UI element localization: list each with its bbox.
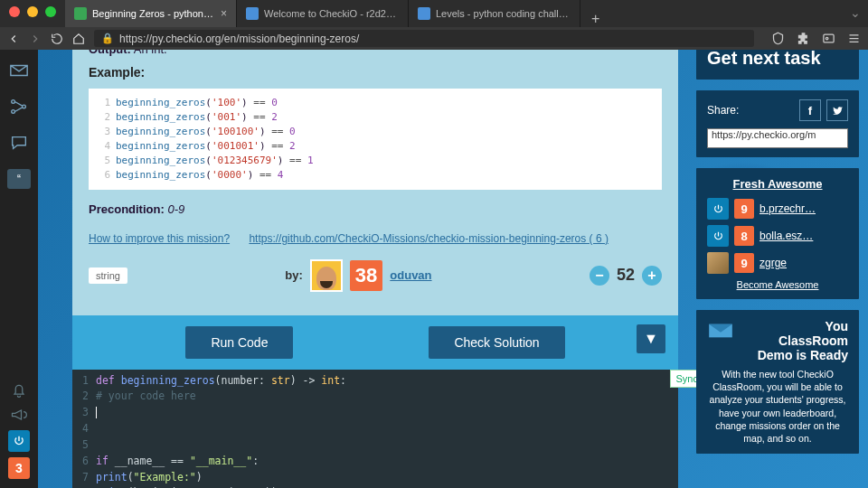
share-twitter-icon[interactable]: [826, 99, 848, 121]
user-name-link[interactable]: zgrge: [760, 257, 848, 269]
toolbar-right-icons: [770, 32, 861, 46]
vote-count: 52: [617, 266, 635, 285]
user-badge-icon: [707, 225, 729, 247]
site-left-rail: “ 3: [0, 50, 38, 488]
envelope-icon: [707, 321, 734, 341]
nav-home-button[interactable]: [72, 33, 85, 45]
right-sidebar: Get next task Share: f https://py.checki…: [696, 50, 859, 454]
mission-links: How to improve this mission? https://git…: [89, 232, 662, 245]
traffic-light-zoom-icon[interactable]: [45, 6, 56, 17]
precondition: Precondition: 0-9: [89, 202, 662, 216]
share-label: Share:: [707, 104, 739, 117]
favicon-icon: [418, 7, 430, 20]
browser-tab-strip: Beginning Zeros - python codin… × Welcom…: [0, 0, 868, 27]
check-solution-button[interactable]: Check Solution: [429, 326, 564, 359]
collapse-editor-button[interactable]: ▼: [637, 324, 665, 353]
user-name-link[interactable]: b.przechr…: [760, 202, 848, 215]
share-card: Share: f https://py.checkio.org/m: [696, 90, 859, 157]
user-level-badge: 9: [734, 199, 754, 219]
vote-up-button[interactable]: +: [642, 266, 662, 286]
address-bar[interactable]: 🔒 https://py.checkio.org/en/mission/begi…: [94, 30, 754, 47]
rail-graph-icon[interactable]: [9, 97, 29, 117]
rail-chat-icon[interactable]: [9, 133, 29, 153]
run-code-button[interactable]: Run Code: [185, 326, 293, 359]
fresh-awesome-card: Fresh Awesome 9b.przechr…8bolla.esz…9zgr…: [696, 168, 859, 299]
user-badge-icon: [707, 252, 729, 274]
author-name-link[interactable]: oduvan: [390, 268, 431, 282]
user-level-badge: 8: [734, 226, 754, 246]
become-awesome-link[interactable]: Become Awesome: [707, 279, 848, 290]
traffic-light-minimize-icon[interactable]: [27, 6, 38, 17]
rail-bell-icon[interactable]: [9, 380, 29, 399]
rail-power-icon[interactable]: [8, 430, 30, 452]
rail-level-badge[interactable]: 3: [8, 457, 30, 479]
nav-reload-button[interactable]: [51, 33, 63, 45]
get-next-task-button[interactable]: Get next task: [696, 50, 859, 80]
mission-panel: Output: An int. Example: 1beginning_zero…: [72, 50, 678, 488]
github-link[interactable]: https://github.com/CheckiO-Missions/chec…: [249, 232, 608, 245]
user-level-badge: 9: [734, 253, 754, 273]
mission-tag[interactable]: string: [89, 267, 127, 284]
svg-point-4: [23, 105, 26, 108]
tab-title: Levels - python coding challenges: [436, 8, 571, 19]
rail-quote-icon[interactable]: “: [7, 169, 31, 189]
nav-back-button[interactable]: [7, 33, 20, 45]
output-line: Output: An int.: [89, 50, 662, 56]
user-badge-icon: [707, 198, 729, 220]
extensions-icon[interactable]: [796, 32, 810, 46]
editor-action-bar: Run Code Check Solution ▼: [72, 315, 678, 370]
favicon-icon: [74, 7, 87, 20]
example-heading: Example:: [89, 65, 662, 80]
macos-window-controls: [9, 6, 56, 17]
by-label: by:: [285, 268, 303, 282]
vote-block: − 52 +: [590, 266, 662, 286]
traffic-light-close-icon[interactable]: [9, 6, 20, 17]
browser-tab-active[interactable]: Beginning Zeros - python codin… ×: [65, 0, 237, 27]
nav-forward-button[interactable]: [29, 33, 42, 45]
page-viewport: Output: An int. Example: 1beginning_zero…: [38, 50, 868, 488]
user-name-link[interactable]: bolla.esz…: [760, 230, 848, 242]
tab-title: Beginning Zeros - python codin…: [92, 8, 215, 19]
lock-icon: 🔒: [101, 33, 114, 44]
svg-point-2: [12, 100, 15, 104]
tab-overflow-icon[interactable]: ⌄: [850, 5, 861, 20]
classroom-promo-card: YouClassRoomDemo is Ready With the new t…: [696, 310, 859, 454]
menu-icon[interactable]: [846, 32, 861, 46]
new-tab-button[interactable]: +: [580, 11, 610, 27]
rail-mail-icon[interactable]: [9, 61, 29, 80]
rail-megaphone-icon[interactable]: [9, 405, 29, 425]
author-level-badge: 38: [350, 260, 382, 291]
fresh-awesome-title[interactable]: Fresh Awesome: [707, 177, 848, 191]
fresh-awesome-row[interactable]: 9zgrge: [707, 252, 848, 274]
promo-text: With the new tool CheckiO ClassRoom, you…: [707, 368, 848, 445]
account-icon[interactable]: [821, 32, 835, 46]
improve-mission-link[interactable]: How to improve this mission?: [89, 232, 230, 245]
shield-icon[interactable]: [770, 32, 785, 46]
svg-point-3: [12, 110, 15, 114]
share-url-input[interactable]: https://py.checkio.org/m: [707, 128, 848, 148]
browser-toolbar: 🔒 https://py.checkio.org/en/mission/begi…: [0, 27, 868, 50]
code-editor[interactable]: 1def beginning_zeros(number: str) -> int…: [72, 370, 678, 488]
fresh-awesome-row[interactable]: 8bolla.esz…: [707, 225, 848, 247]
browser-tab[interactable]: Levels - python coding challenges: [409, 0, 580, 27]
browser-tab[interactable]: Welcome to CheckiO - r2d2@chs…: [237, 0, 409, 27]
tab-close-icon[interactable]: ×: [221, 7, 227, 20]
favicon-icon: [246, 7, 259, 20]
fresh-awesome-row[interactable]: 9b.przechr…: [707, 198, 848, 220]
tab-title: Welcome to CheckiO - r2d2@chs…: [264, 8, 399, 19]
vote-down-button[interactable]: −: [590, 266, 609, 286]
example-code-block: 1beginning_zeros('100') == 02beginning_z…: [89, 89, 662, 190]
author-avatar[interactable]: [310, 259, 343, 292]
url-text: https://py.checkio.org/en/mission/beginn…: [119, 33, 359, 45]
share-facebook-icon[interactable]: f: [799, 99, 821, 121]
author-block: by: 38 oduvan: [285, 259, 431, 292]
svg-point-1: [826, 37, 828, 40]
